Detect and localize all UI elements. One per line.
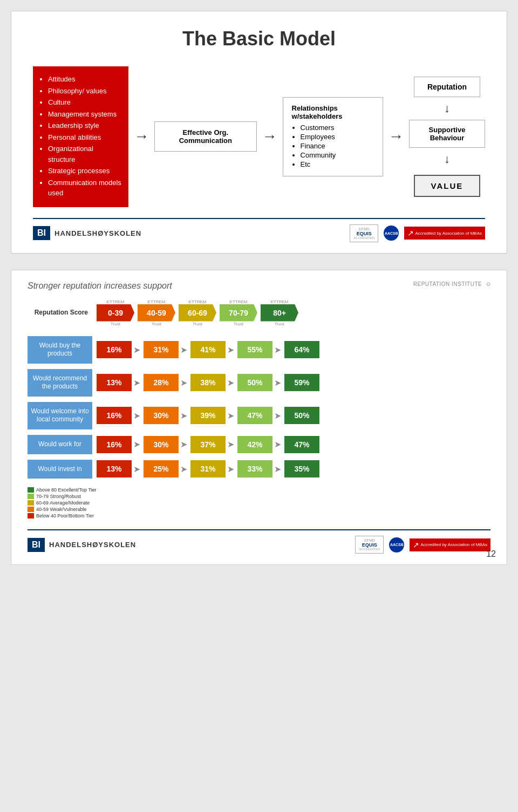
legend-label-1: 70-79 Strong/Robust (36, 494, 81, 499)
pct-2-0: 16% (97, 407, 132, 424)
arrow-2-1: ➤ (180, 411, 187, 421)
legend-row-0: Above 80 Excellent/Top Tier (28, 487, 490, 493)
list-item: Etc (301, 160, 374, 168)
data-cell-1-2: 38% ➤ (190, 374, 234, 391)
diagram-row: Attitudes Philosophy/ values Culture Man… (33, 66, 485, 207)
row-label-0: Would buy the products (28, 336, 92, 364)
value-label: VALUE (431, 181, 464, 190)
relationships-title: Relationships w/stakeholders (292, 104, 374, 120)
arrow-1-2: ➤ (227, 378, 234, 388)
list-item: Attitudes (48, 74, 122, 85)
legend-label-3: 40-59 Weak/Vulnerable (36, 507, 87, 512)
data-cell-3-3: 42% ➤ (237, 436, 281, 453)
pct-3-2: 37% (190, 436, 226, 453)
arrow-0-1: ➤ (180, 345, 187, 355)
row-label-1: Would recommend the products (28, 369, 92, 397)
score-badge-0: ETTREM 0-39 Trust (97, 299, 134, 326)
legend-color-3 (28, 507, 34, 512)
pct-0-2: 41% (190, 341, 226, 358)
data-row-2: Would welcome into local community 16% ➤… (28, 402, 490, 429)
supportive-box: Supportive Behaviour (409, 120, 485, 148)
score-badge-3: ETTREM 70-79 Trust (220, 299, 257, 326)
pct-1-2: 38% (190, 374, 226, 391)
arrow-2-3: ➤ (274, 411, 281, 421)
data-row-0: Would buy the products 16% ➤ 31% ➤ 41% ➤… (28, 336, 490, 364)
pct-1-3: 50% (237, 374, 272, 391)
arrow-4-1: ➤ (180, 464, 187, 474)
arrow-3-3: ➤ (274, 439, 281, 449)
accreditation-logos-2: EFMD EQUIS ACCREDITED AACSB ↗ Accredited… (355, 536, 490, 554)
score-row: Reputation Score ETTREM 0-39 Trust ETTRE… (28, 299, 490, 326)
badge-main-1: 40-59 (138, 304, 175, 322)
mba-label-2: Accredited by Association of MBAs (420, 542, 487, 547)
arrow-2-0: ➤ (133, 411, 140, 421)
slide2-header: Stronger reputation increases support RE… (28, 281, 490, 291)
legend-color-4 (28, 513, 34, 518)
data-cell-2-1: 30% ➤ (144, 407, 187, 424)
list-item: Management systems (48, 109, 122, 120)
school-name-2: HANDELSHØYSKOLEN (49, 541, 136, 549)
school-name: HANDELSHØYSKOLEN (54, 229, 141, 237)
pct-2-2: 39% (190, 407, 226, 424)
data-row-4: Would invest in 13% ➤ 25% ➤ 31% ➤ 33% ➤ (28, 460, 490, 479)
aacsb-circle: AACSB (384, 226, 399, 241)
bi-logo-2: BI HANDELSHØYSKOLEN (28, 538, 136, 552)
data-cell-1-4: 59% (284, 374, 319, 391)
pct-1-4: 59% (284, 374, 319, 391)
score-row-label: Reputation Score (28, 309, 92, 317)
badge-bottom-4: Trust (275, 322, 284, 326)
data-cell-4-2: 31% ➤ (190, 460, 234, 477)
pct-2-3: 47% (237, 407, 272, 424)
slide-1-footer: BI HANDELSHØYSKOLEN EFMD EQUIS ACCREDITE… (33, 218, 485, 242)
attitudes-box: Attitudes Philosophy/ values Culture Man… (33, 66, 128, 207)
aacsb-circle-2: AACSB (389, 537, 404, 552)
legend-row-3: 40-59 Weak/Vulnerable (28, 507, 490, 512)
arrow-1-0: ➤ (133, 378, 140, 388)
pct-3-3: 42% (237, 436, 272, 453)
page-number: 12 (486, 549, 496, 559)
pct-1-1: 28% (144, 374, 179, 391)
slide-2-footer: BI HANDELSHØYSKOLEN EFMD EQUIS ACCREDITE… (28, 529, 490, 554)
relationships-box: Relationships w/stakeholders Customers E… (283, 97, 383, 176)
reputation-label: Reputation (427, 83, 467, 91)
legend-label-4: Below 40 Poor/Bottom Tier (36, 513, 94, 518)
slide2-title: Stronger reputation increases support (28, 281, 172, 291)
data-cell-4-0: 13% ➤ (97, 460, 140, 477)
slide-1-title: The Basic Model (33, 28, 485, 50)
arrow-down-1: ↓ (444, 101, 450, 115)
data-cell-0-0: 16% ➤ (97, 341, 140, 358)
equis-badge-2: EFMD EQUIS ACCREDITED (355, 536, 384, 554)
data-cell-4-3: 33% ➤ (237, 460, 281, 477)
attitudes-list: Attitudes Philosophy/ values Culture Man… (39, 74, 122, 199)
legend-row-4: Below 40 Poor/Bottom Tier (28, 513, 490, 518)
slide-2: Stronger reputation increases support RE… (11, 270, 507, 565)
mba-badge-2: ↗ Accredited by Association of MBAs (410, 538, 490, 551)
badge-top-4: ETTREM (271, 299, 289, 304)
page-container: The Basic Model Attitudes Philosophy/ va… (0, 0, 518, 576)
data-cell-3-0: 16% ➤ (97, 436, 140, 453)
list-item: Community (301, 151, 374, 159)
data-cell-4-1: 25% ➤ (144, 460, 187, 477)
pct-3-1: 30% (144, 436, 179, 453)
pct-4-1: 25% (144, 460, 179, 477)
badge-top-1: ETTREM (148, 299, 166, 304)
pct-4-0: 13% (97, 460, 132, 477)
slide-1: The Basic Model Attitudes Philosophy/ va… (11, 11, 507, 254)
list-item: Organizational structure (48, 144, 122, 165)
badge-bottom-1: Trust (152, 322, 161, 326)
data-cells-4: 13% ➤ 25% ➤ 31% ➤ 33% ➤ 35% (97, 460, 319, 477)
pct-1-0: 13% (97, 374, 132, 391)
arrow-down-2: ↓ (444, 152, 450, 166)
aacsb-label: AACSB (385, 231, 398, 235)
arrow-0-3: ➤ (274, 345, 281, 355)
score-badge-1: ETTREM 40-59 Trust (138, 299, 175, 326)
badge-top-3: ETTREM (230, 299, 248, 304)
legend-label-0: Above 80 Excellent/Top Tier (36, 487, 97, 493)
list-item: Employees (301, 133, 374, 141)
bi-square-2: BI (28, 538, 45, 552)
legend: Above 80 Excellent/Top Tier 70-79 Strong… (28, 487, 490, 518)
arrow-4-3: ➤ (274, 464, 281, 474)
arrow-3-2: ➤ (227, 439, 234, 449)
aacsb-label-2: AACSB (390, 543, 404, 547)
pct-0-4: 64% (284, 341, 319, 358)
